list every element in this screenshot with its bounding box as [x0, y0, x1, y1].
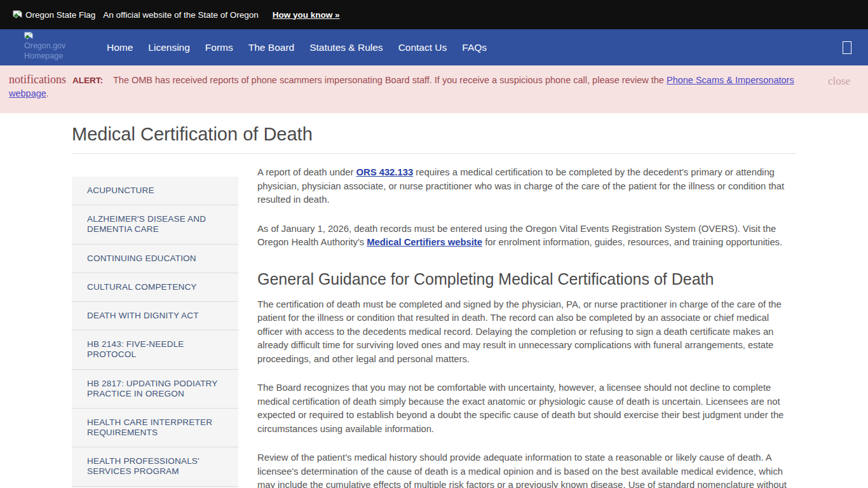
topic-sidebar: ACUPUNCTURE ALZHEIMER'S DISEASE AND DEME…	[72, 177, 238, 488]
nav-item-home[interactable]: Home	[99, 42, 140, 53]
alert-banner: notificationsALERT:The OMB has received …	[0, 65, 868, 113]
alert-message-end: .	[46, 88, 49, 98]
logo-alt-text: Oregon.gov Homepage	[24, 41, 71, 61]
paragraph-report-of-death: A report of death under ORS 432.133 requ…	[257, 166, 796, 207]
sidebar-item-death-with-dignity[interactable]: DEATH WITH DIGNITY ACT	[72, 302, 238, 330]
nav-item-the-board[interactable]: The Board	[241, 42, 302, 53]
sidebar-item-health-care-interpreter[interactable]: HEALTH CARE INTERPRETER REQUIREMENTS	[72, 409, 238, 447]
paragraph-overs: As of January 1, 2026, death records mus…	[257, 222, 796, 250]
nav-item-faqs[interactable]: FAQs	[454, 42, 494, 53]
alert-close-button[interactable]: close	[828, 74, 850, 88]
how-you-know-link[interactable]: How you know »	[273, 10, 340, 20]
sidebar-item-cultural-competency[interactable]: CULTURAL COMPETENCY	[72, 273, 238, 302]
paragraph-certification-requirements: The certification of death must be compl…	[257, 298, 796, 367]
sidebar-item-hb2143[interactable]: HB 2143: FIVE-NEEDLE PROTOCOL	[72, 330, 238, 369]
nav-item-licensing[interactable]: Licensing	[140, 42, 198, 53]
official-website-text: An official website of the State of Oreg…	[103, 10, 258, 20]
main-navbar: Oregon.gov Homepage Home Licensing Forms…	[0, 29, 868, 65]
notifications-icon: notifications	[9, 73, 66, 86]
sidebar-item-acupuncture[interactable]: ACUPUNCTURE	[72, 177, 238, 205]
page-container: Medical Certification of Death ACUPUNCTU…	[72, 124, 796, 488]
medical-certifiers-link[interactable]: Medical Certifiers website	[367, 237, 482, 247]
alert-message: The OMB has received reports of phone sc…	[113, 75, 667, 85]
search-icon[interactable]	[843, 41, 851, 54]
nav-item-statutes-rules[interactable]: Statutes & Rules	[302, 42, 390, 53]
oregon-state-flag-image: Oregon State Flag	[13, 10, 95, 20]
broken-image-icon	[24, 32, 33, 41]
sidebar-item-hb2817[interactable]: HB 2817: UPDATING PODIATRY PRACTICE IN O…	[72, 370, 238, 409]
section-title-general-guidance: General Guidance for Completing Medical …	[257, 270, 796, 288]
nav-item-forms[interactable]: Forms	[198, 42, 241, 53]
paragraph-text: A report of death under	[257, 167, 356, 177]
sidebar-item-continuing-education[interactable]: CONTINUING EDUCATION	[72, 245, 238, 273]
paragraph-uncertainty: The Board recognizes that you may not be…	[257, 381, 796, 436]
paragraph-medical-history: Review of the patient's medical history …	[257, 451, 796, 488]
sidebar-item-health-professionals-services[interactable]: HEALTH PROFESSIONALS' SERVICES PROGRAM	[72, 447, 238, 486]
article-content: A report of death under ORS 432.133 requ…	[257, 166, 796, 488]
oregon-gov-logo-image[interactable]: Oregon.gov Homepage	[24, 32, 71, 61]
paragraph-text: for enrolment information, guides, resou…	[482, 237, 782, 247]
broken-image-icon	[13, 10, 22, 20]
nav-item-contact-us[interactable]: Contact Us	[391, 42, 455, 53]
flag-alt-text: Oregon State Flag	[25, 10, 95, 20]
ors-432-133-link[interactable]: ORS 432.133	[356, 167, 413, 177]
alert-label: ALERT:	[72, 76, 103, 85]
page-title: Medical Certification of Death	[72, 124, 796, 145]
sidebar-item-alzheimers[interactable]: ALZHEIMER'S DISEASE AND DEMENTIA CARE	[72, 205, 238, 244]
two-column-layout: ACUPUNCTURE ALZHEIMER'S DISEASE AND DEME…	[72, 154, 796, 488]
official-state-bar: Oregon State Flag An official website of…	[0, 0, 868, 29]
